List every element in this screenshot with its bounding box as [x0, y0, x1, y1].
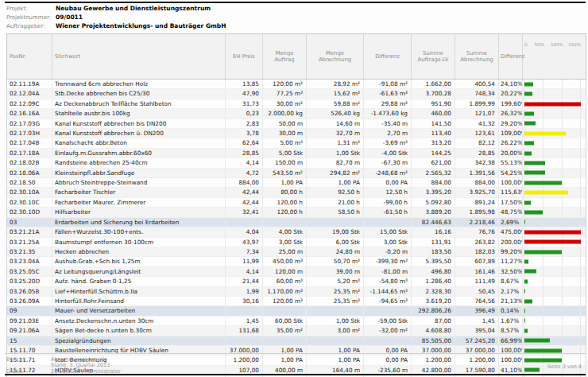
cell-percent-bar	[523, 336, 586, 345]
cell-stichwort: Az Leitungsquerung/Längsleit	[52, 266, 226, 276]
cell-posnr: 02.17.03H	[7, 129, 52, 138]
cell-summe-auftrags-lv: 2.328,30	[412, 286, 455, 296]
cell-percent-bar	[523, 257, 586, 266]
header-posnr: PosNr.	[7, 34, 52, 80]
cell-differenz-prozent: 66,99%	[499, 336, 523, 345]
cell-eh-preis: 13,85	[226, 80, 263, 89]
cell-posnr: 02.17.18A	[7, 148, 52, 157]
header-percent-scale: 0 50% 100% 150%	[523, 34, 586, 80]
cell-differenz-prozent: 26,22%	[499, 138, 523, 148]
percent-bar-plot	[524, 129, 581, 138]
percent-bar-green	[524, 328, 528, 332]
cell-summe-auftrags-lv: 3.395,20	[412, 188, 455, 197]
cell-percent-bar	[523, 168, 586, 177]
cell-eh-preis: 4,14	[226, 266, 263, 276]
cell-menge-auftrag: 4,00 Stk	[263, 227, 307, 237]
cell-stichwort: Hinterfüll.Rohr.Feinsand	[52, 296, 226, 305]
cell-differenz-menge: 0,00 PA	[364, 178, 412, 188]
cell-menge-abrechnung: 32,70 m	[307, 129, 364, 138]
cell-summe-abrechnung: 1.895,98	[455, 208, 499, 217]
cell-stichwort: Ansetz.Deckenschn.n.unten 30cm	[52, 316, 226, 325]
table-row: 03.25.20DAufz. händ. Graben 0-1,2521,446…	[7, 277, 586, 286]
cell-posnr: 02.11.19A	[7, 80, 52, 89]
cell-percent-bar	[523, 99, 586, 108]
section-row: 15Spezialgründungen85.505,0057.245,2066,…	[7, 336, 586, 345]
cell-menge-auftrag: 60,00 m³	[263, 277, 307, 286]
percent-bar-plot	[524, 188, 581, 196]
header-summe-abrechnung: Summe Abrechnung	[455, 34, 499, 80]
cell-summe-abrechnung: 82,12	[455, 138, 499, 148]
cell-menge-abrechnung: 1,00 PA	[307, 356, 364, 365]
cell-menge-auftrag: 5,00 Stk	[263, 148, 307, 157]
cell-differenz-menge: -35,40 m	[364, 119, 412, 128]
percent-bar-plot	[524, 89, 581, 98]
cell-differenz-menge: 0,00 PA	[364, 345, 412, 355]
percent-bar-green	[524, 290, 525, 293]
cell-menge-auftrag: 5,00 m³	[263, 138, 307, 148]
project-number: 09/0011	[56, 14, 83, 21]
table-row: 03.25.05CAz Leitungsquerung/Längsleit4,1…	[7, 266, 586, 276]
cell-menge-abrechnung: 28,92 m²	[307, 80, 364, 89]
header-summe-auftrags-lv: Summe Auftrags-LV	[412, 34, 455, 80]
cell-differenz-menge: -3,69 m³	[364, 138, 412, 148]
cell-eh-preis: 21,44	[226, 277, 263, 286]
project-header: Projekt: Neubau Gewerbe und Dienstleistu…	[6, 4, 226, 30]
table-row: 02.11.19ATrennwand 6cm abbrechen Holz13,…	[7, 80, 586, 89]
table-row: 02.17.03HKanal Kunststoff abbrechen ü. D…	[7, 129, 586, 138]
table-header: PosNr. Stichwort EH Preis Menge Auftrag …	[7, 34, 586, 80]
cell-menge-abrechnung: 526,40 kg	[307, 109, 364, 119]
cell-stichwort: Facharbeiter Tischler	[52, 188, 226, 197]
cell-stichwort: Lief+Hinterfüll.Schüttm.b.IIa	[52, 286, 226, 296]
cell-differenz-menge	[364, 217, 412, 227]
cell-differenz-prozent: 2,17%	[499, 286, 523, 296]
percent-bar-plot	[524, 297, 581, 305]
cell-posnr: 09	[7, 306, 52, 316]
cell-summe-abrechnung: 607,89	[455, 257, 499, 266]
client-label: Auftraggeber:	[6, 23, 56, 29]
top-rule	[5, 2, 586, 3]
cell-summe-abrechnung: 28,85	[455, 148, 499, 157]
table-row: 02.12.04AStb.Decke abbrechen bis C25/304…	[7, 89, 586, 99]
cell-posnr: 02.18.50	[7, 178, 52, 188]
cell-stichwort: Randsteine abbrechen 25-40cm	[52, 158, 226, 168]
table-row: 02.16.16AStahlteile ausbr.bis 100kg0,232…	[7, 109, 586, 119]
table-row: 02.17.04BKanalschacht abbr.Beton62,645,0…	[7, 138, 586, 148]
cell-eh-preis: 43,97	[226, 237, 263, 247]
cell-summe-abrechnung: 182,03	[455, 247, 499, 256]
cell-menge-abrechnung: 3,00 m²	[307, 326, 364, 336]
table-row: 09.21.03EAnsetz.Deckenschn.n.unten 30cm1…	[7, 316, 586, 325]
percent-bar-plot	[524, 119, 581, 128]
table-row: 09.21.06ASägen Bet-decke n.unten b.30cm1…	[7, 326, 586, 336]
cell-menge-abrechnung: 1,00 Stk	[307, 148, 364, 157]
cell-menge-abrechnung: 1,00 Stk	[307, 316, 364, 325]
section-row: 09Mauer- und Versetzarbeiten292.806,2639…	[7, 306, 586, 316]
cell-menge-auftrag: 1,00 PA	[263, 178, 307, 188]
cell-posnr: 02.17.04B	[7, 138, 52, 148]
cell-stichwort: Erdarbeiten und Sicherung bei Erdarbeite…	[52, 217, 226, 227]
table-row: 02.30.10DHilfsarbeiter32,41120,00 h58,50…	[7, 208, 586, 217]
cell-eh-preis: 1,99	[226, 286, 263, 296]
cell-differenz-menge: -248,68 m²	[364, 168, 412, 177]
section-row: 03Erdarbeiten und Sicherung bei Erdarbei…	[7, 217, 586, 227]
cell-percent-bar	[523, 286, 586, 296]
percent-bar-plot	[524, 326, 581, 335]
cell-summe-abrechnung: 764,56	[455, 296, 499, 305]
cell-menge-abrechnung: 1,31 m³	[307, 138, 364, 148]
percent-bar-yellow	[524, 191, 568, 195]
cell-differenz-prozent: 48,75%	[499, 208, 523, 217]
cell-menge-abrechnung: 294,82 m²	[307, 168, 364, 177]
cell-summe-abrechnung: 123,61	[455, 129, 499, 138]
cell-stichwort: Mauer- und Versetzarbeiten	[52, 306, 226, 316]
cell-menge-auftrag	[263, 336, 307, 345]
cell-summe-abrechnung: 342,38	[455, 158, 499, 168]
cell-differenz-prozent: 1,67%	[499, 316, 523, 325]
bottom-rule	[5, 374, 586, 375]
table-row: 02.17.18AEinlaufg.m.Gussrahm.abbr.60x602…	[7, 148, 586, 157]
cell-menge-auftrag: 30,00 m	[263, 129, 307, 138]
cell-menge-abrechnung: 39,00 m	[307, 266, 364, 276]
cell-eh-preis: 0,23	[226, 109, 263, 119]
cell-differenz-prozent: 32,50%	[499, 266, 523, 276]
cell-menge-auftrag: 2.000,00 kg	[263, 109, 307, 119]
cell-eh-preis: 11,99	[226, 257, 263, 266]
cell-summe-abrechnung: 1.391,56	[455, 168, 499, 177]
